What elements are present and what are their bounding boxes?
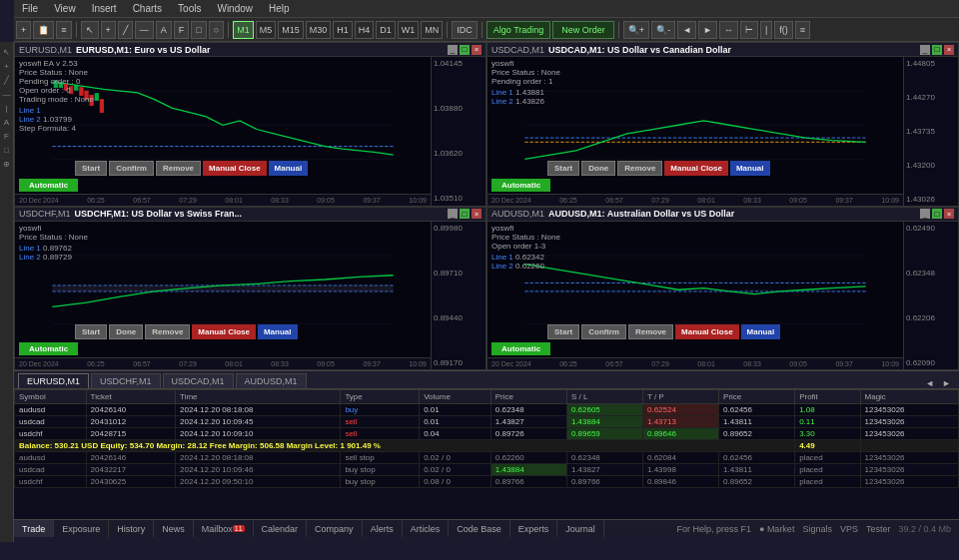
chart-maximize-eurusd[interactable]: □	[460, 45, 470, 55]
audusd-auto-btn[interactable]: Automatic	[491, 342, 550, 355]
status-vps[interactable]: VPS	[840, 524, 858, 534]
usdchf-manual-btn[interactable]: Manual	[258, 324, 298, 339]
eurusd-manual-btn[interactable]: Manual	[269, 161, 309, 176]
usdchf-start-btn[interactable]: Start	[75, 324, 107, 339]
tb-rect-tool[interactable]: □	[191, 21, 206, 39]
tb-auto-scroll[interactable]: ↔	[719, 21, 738, 39]
chart-maximize-usdchf[interactable]: □	[460, 209, 470, 219]
vtb-line[interactable]: ╱	[1, 74, 13, 86]
bottom-tab-mailbox[interactable]: Mailbox 11	[194, 520, 254, 537]
tb-new-chart[interactable]: +	[16, 21, 31, 39]
eurusd-manual-close-btn[interactable]: Manual Close	[203, 161, 267, 176]
tb-text-tool[interactable]: A	[156, 21, 172, 39]
audusd-confirm-btn[interactable]: Confirm	[581, 324, 626, 339]
tb-scroll-left[interactable]: ◄	[677, 21, 696, 39]
eurusd-start-btn[interactable]: Start	[75, 161, 107, 176]
tf-m15[interactable]: M15	[278, 21, 304, 39]
status-signals[interactable]: Signals	[802, 524, 832, 534]
bottom-tab-journal[interactable]: Journal	[557, 520, 604, 537]
menu-view[interactable]: View	[46, 0, 84, 17]
menu-file[interactable]: File	[14, 0, 46, 17]
vtb-crosshair[interactable]: +	[1, 60, 13, 72]
tb-line-tool[interactable]: ╱	[118, 21, 133, 39]
menu-tools[interactable]: Tools	[170, 0, 209, 17]
tb-indicators[interactable]: f()	[774, 21, 793, 39]
menu-help[interactable]: Help	[261, 0, 298, 17]
tb-hline-tool[interactable]: —	[135, 21, 154, 39]
eurusd-auto-btn[interactable]: Automatic	[19, 179, 78, 192]
chart-close-audusd[interactable]: ×	[944, 209, 954, 219]
tab-arrow-left[interactable]: ◄	[921, 378, 938, 388]
audusd-remove-btn[interactable]: Remove	[628, 324, 673, 339]
chart-close-usdcad[interactable]: ×	[944, 45, 954, 55]
tf-m5[interactable]: M5	[256, 21, 277, 39]
tb-object-list[interactable]: ≡	[795, 21, 810, 39]
tb-new-order[interactable]: New Order	[552, 21, 614, 39]
bottom-tab-trade[interactable]: Trade	[14, 520, 54, 537]
vtb-arrow[interactable]: ↖	[1, 46, 13, 58]
chart-close-eurusd[interactable]: ×	[472, 45, 481, 55]
menu-window[interactable]: Window	[209, 0, 261, 17]
bottom-tab-company[interactable]: Company	[307, 520, 363, 537]
chart-minimize-eurusd[interactable]: _	[448, 45, 458, 55]
audusd-start-btn[interactable]: Start	[547, 324, 579, 339]
tf-d1[interactable]: D1	[376, 21, 396, 39]
chart-minimize-usdchf[interactable]: _	[448, 209, 458, 219]
eurusd-remove-btn[interactable]: Remove	[156, 161, 201, 176]
tb-chart-shift[interactable]: ⊢	[740, 21, 758, 39]
usdchf-remove-btn[interactable]: Remove	[145, 324, 190, 339]
vtb-rect[interactable]: □	[1, 144, 13, 156]
bottom-tab-exposure[interactable]: Exposure	[54, 520, 109, 537]
vtb-zoom[interactable]: ⊕	[1, 158, 13, 170]
tab-usdcad[interactable]: USDCAD,M1	[163, 373, 234, 388]
tb-algo-trading[interactable]: Algo Trading	[486, 21, 551, 39]
bottom-tab-history[interactable]: History	[109, 520, 154, 537]
bottom-tab-codebase[interactable]: Code Base	[449, 520, 510, 537]
menu-insert[interactable]: Insert	[84, 0, 125, 17]
status-tester[interactable]: Tester	[866, 524, 891, 534]
audusd-manual-btn[interactable]: Manual	[741, 324, 781, 339]
tf-m1[interactable]: M1	[233, 21, 254, 39]
tf-w1[interactable]: W1	[398, 21, 420, 39]
tb-idc[interactable]: IDC	[452, 21, 478, 39]
usdcad-manual-close-btn[interactable]: Manual Close	[664, 161, 728, 176]
chart-minimize-usdcad[interactable]: _	[920, 45, 930, 55]
tb-ellipse-tool[interactable]: ○	[209, 21, 224, 39]
bottom-tab-alerts[interactable]: Alerts	[363, 520, 403, 537]
bottom-tab-experts[interactable]: Experts	[510, 520, 558, 537]
tb-templates[interactable]: 📋	[33, 21, 54, 39]
vtb-hline[interactable]: —	[1, 88, 13, 100]
vtb-fib[interactable]: F	[1, 130, 13, 142]
chart-maximize-audusd[interactable]: □	[932, 209, 942, 219]
tab-usdchf[interactable]: USDCHF,M1	[91, 373, 161, 388]
bottom-tab-calendar[interactable]: Calendar	[254, 520, 308, 537]
tf-h1[interactable]: H1	[333, 21, 353, 39]
vtb-text[interactable]: A	[1, 116, 13, 128]
usdcad-remove-btn[interactable]: Remove	[617, 161, 662, 176]
usdchf-auto-btn[interactable]: Automatic	[19, 342, 78, 355]
menu-charts[interactable]: Charts	[125, 0, 170, 17]
bottom-tab-articles[interactable]: Articles	[403, 520, 450, 537]
vtb-vline[interactable]: |	[1, 102, 13, 114]
usdcad-auto-btn[interactable]: Automatic	[491, 179, 550, 192]
tb-fib-tool[interactable]: F	[174, 21, 190, 39]
tb-zoom-in[interactable]: 🔍+	[623, 21, 649, 39]
eurusd-confirm-btn[interactable]: Confirm	[109, 161, 154, 176]
chart-minimize-audusd[interactable]: _	[920, 209, 930, 219]
tf-h4[interactable]: H4	[355, 21, 375, 39]
chart-close-usdchf[interactable]: ×	[472, 209, 481, 219]
tb-profiles[interactable]: ≡	[56, 21, 71, 39]
tb-crosshair-tool[interactable]: +	[101, 21, 116, 39]
tb-period-sep[interactable]: |	[760, 21, 772, 39]
tb-scroll-right[interactable]: ►	[698, 21, 717, 39]
tf-mn[interactable]: MN	[421, 21, 443, 39]
tab-eurusd[interactable]: EURUSD,M1	[18, 373, 89, 388]
usdcad-start-btn[interactable]: Start	[547, 161, 579, 176]
chart-maximize-usdcad[interactable]: □	[932, 45, 942, 55]
usdcad-done-btn[interactable]: Done	[581, 161, 615, 176]
bottom-tab-news[interactable]: News	[154, 520, 194, 537]
tab-audusd[interactable]: AUDUSD,M1	[236, 373, 307, 388]
usdcad-manual-btn[interactable]: Manual	[730, 161, 770, 176]
usdchf-manual-close-btn[interactable]: Manual Close	[192, 324, 256, 339]
tb-arrow-tool[interactable]: ↖	[81, 21, 99, 39]
